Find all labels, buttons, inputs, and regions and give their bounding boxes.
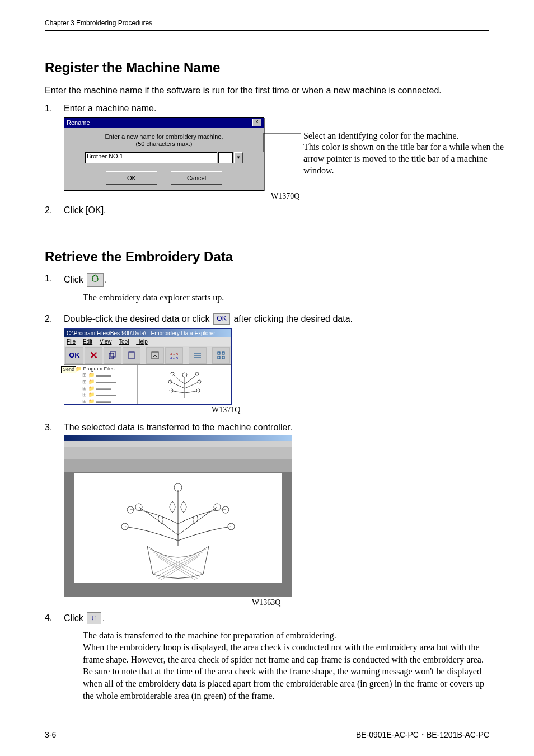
controller-window — [64, 435, 292, 597]
intro-text: Enter the machine name if the software i… — [45, 84, 489, 97]
folder-tree[interactable]: Send 📁 Program Files ⊞ 📁 ▬▬▬ ⊞ 📁 ▬▬▬▬ ⊞ … — [64, 365, 138, 404]
send-tooltip: Send — [61, 366, 76, 374]
menu-edit[interactable]: Edit — [83, 339, 92, 345]
svg-point-24 — [196, 389, 200, 392]
menu-tool[interactable]: Tool — [119, 339, 129, 345]
toolbar-copy-button[interactable] — [104, 347, 121, 364]
svg-point-3 — [97, 276, 98, 277]
menu-view[interactable]: View — [100, 339, 112, 345]
step-number: 2. — [45, 314, 52, 324]
step-number: 3. — [45, 422, 52, 433]
transfer-icon[interactable]: ↓↑ — [87, 612, 101, 624]
svg-rect-5 — [111, 351, 115, 357]
svg-text:A←B: A←B — [170, 356, 178, 360]
explorer-icon[interactable] — [87, 273, 104, 287]
svg-point-2 — [92, 276, 93, 277]
toolbar-button[interactable]: A→BA←B — [165, 347, 183, 364]
annotation-text: Select an identifying color for the mach… — [303, 130, 510, 177]
svg-point-25 — [182, 373, 187, 377]
step-note: The embroidery data explorer starts up. — [83, 292, 489, 304]
step-text: Click [OK]. — [64, 205, 106, 215]
figure-code: W1363Q — [252, 598, 489, 607]
dialog-title: Rename — [67, 119, 90, 126]
toolbar-paste-button[interactable] — [123, 347, 140, 364]
toolbar-ok-button[interactable]: OK — [65, 347, 83, 364]
dialog-prompt-line1: Enter a new name for embroidery machine. — [71, 133, 257, 140]
running-head: Chapter 3 Embroidering Procedures — [45, 19, 489, 31]
folder-label: Program Files — [83, 366, 115, 372]
color-swatch[interactable] — [218, 152, 233, 163]
explorer-menubar: File Edit View Tool Help — [64, 337, 231, 346]
menu-help[interactable]: Help — [136, 339, 148, 345]
svg-line-31 — [156, 552, 203, 577]
menu-file[interactable]: File — [67, 339, 76, 345]
svg-rect-15 — [218, 352, 220, 354]
close-icon[interactable]: × — [252, 119, 261, 126]
step-text-b: . — [105, 275, 107, 284]
footer-model: BE-0901E-AC-PC・BE-1201B-AC-PC — [356, 730, 489, 740]
footer-page-number: 3-6 — [45, 730, 56, 740]
svg-line-27 — [153, 552, 200, 577]
step-number: 1. — [45, 104, 52, 114]
step-note: The data is transferred to the machine f… — [83, 630, 489, 702]
embroidery-preview — [74, 473, 282, 583]
toolbar-list-button[interactable] — [189, 347, 207, 364]
step-text-a: Double-click the desired data or click — [64, 314, 212, 323]
explorer-window: C:\Program Files\Bes-900\Data\ - Embroid… — [64, 328, 232, 405]
step-number: 4. — [45, 613, 52, 623]
svg-text:A→B: A→B — [170, 353, 178, 356]
svg-rect-4 — [109, 353, 114, 359]
heading-retrieve-data: Retrieve the Embroidery Data — [45, 249, 489, 265]
step-number: 1. — [45, 274, 52, 284]
svg-rect-6 — [129, 352, 134, 359]
step-text: Enter a machine name. — [64, 104, 156, 113]
ok-button[interactable]: OK — [106, 171, 157, 185]
explorer-toolbar: OK ✕ A→BA←B — [64, 346, 231, 365]
svg-rect-18 — [222, 356, 224, 359]
thumbnail-pane[interactable] — [138, 365, 231, 404]
explorer-titlebar: C:\Program Files\Bes-900\Data\ - Embroid… — [64, 329, 231, 337]
chevron-down-icon[interactable]: ▼ — [234, 152, 243, 163]
machine-name-input[interactable]: Brother NO.1 — [85, 152, 217, 163]
svg-point-34 — [174, 483, 182, 491]
toolbar-icons-button[interactable] — [212, 347, 230, 364]
heading-register-machine: Register the Machine Name — [45, 60, 489, 76]
svg-rect-17 — [218, 356, 220, 359]
ok-icon[interactable]: OK — [213, 313, 230, 325]
step-text-b: after clicking the desired data. — [231, 314, 353, 323]
step-number: 2. — [45, 205, 52, 215]
step-text-b: . — [102, 613, 105, 623]
figure-code: W1371Q — [212, 406, 489, 415]
step-text-a: Click — [64, 613, 86, 623]
leader-line — [263, 117, 305, 195]
toolbar-x-button[interactable]: ✕ — [85, 347, 102, 364]
cancel-button[interactable]: Cancel — [171, 171, 222, 185]
svg-rect-16 — [222, 352, 224, 354]
rename-dialog: Rename × Enter a new name for embroidery… — [64, 117, 264, 191]
step-text: The selected data is transferred to the … — [64, 422, 292, 432]
step-text-a: Click — [64, 275, 86, 284]
toolbar-button[interactable] — [146, 347, 164, 364]
dialog-prompt-line2: (50 characters max.) — [71, 140, 257, 148]
